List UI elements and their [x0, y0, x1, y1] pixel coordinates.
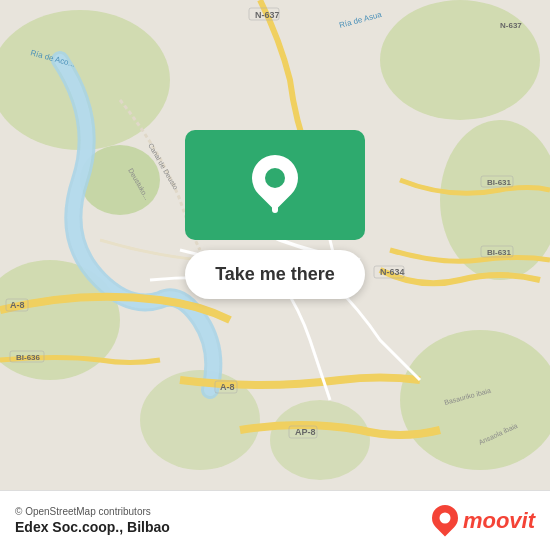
map-attribution: © OpenStreetMap contributors [15, 506, 170, 517]
svg-text:N-637: N-637 [255, 10, 280, 20]
svg-text:A-8: A-8 [220, 382, 235, 392]
bottom-bar: © OpenStreetMap contributors Edex Soc.co… [0, 490, 550, 550]
moovit-pin-icon [432, 505, 458, 537]
moovit-brand-name: moovit [463, 508, 535, 534]
cta-overlay: Take me there [155, 130, 395, 299]
svg-text:N-637: N-637 [500, 21, 522, 30]
svg-text:A-8: A-8 [10, 300, 25, 310]
location-pin-icon [250, 155, 300, 215]
cta-green-box[interactable] [185, 130, 365, 240]
moovit-logo: moovit [432, 505, 535, 537]
location-label: Edex Soc.coop., Bilbao [15, 519, 170, 535]
svg-text:AP-8: AP-8 [295, 427, 316, 437]
svg-point-2 [380, 0, 540, 120]
map-container: N-637 N-637 BI-631 BI-631 A-8 A-8 N-634 … [0, 0, 550, 490]
take-me-there-button[interactable]: Take me there [185, 250, 365, 299]
svg-text:BI-631: BI-631 [487, 178, 512, 187]
svg-point-7 [270, 400, 370, 480]
svg-text:BI-636: BI-636 [16, 353, 41, 362]
location-info: © OpenStreetMap contributors Edex Soc.co… [15, 506, 170, 535]
svg-text:BI-631: BI-631 [487, 248, 512, 257]
